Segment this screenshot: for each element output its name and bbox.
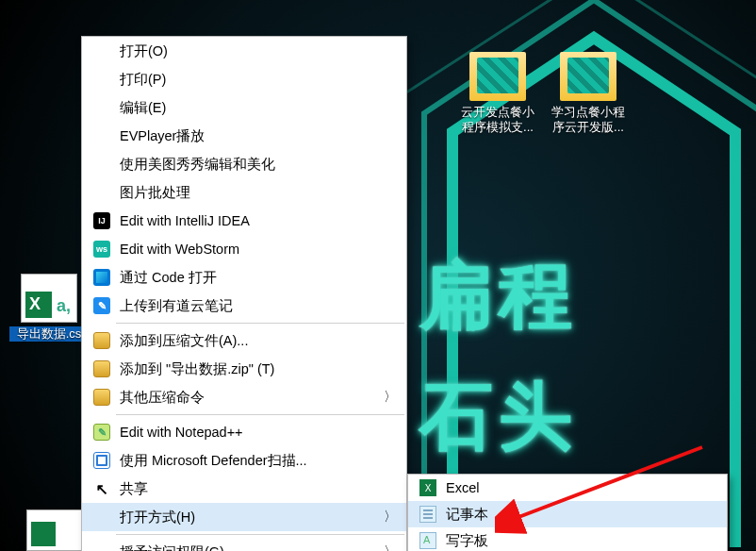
menu-item-youdao[interactable]: 上传到有道云笔记 <box>82 292 406 320</box>
menu-item-label: 通过 Code 打开 <box>120 269 397 287</box>
submenu-item-label: 写字板 <box>446 532 488 550</box>
submenu-arrow-icon: 〉 <box>374 543 397 551</box>
desktop-folder-2[interactable]: 学习点餐小程序云开发版... <box>549 52 628 136</box>
menu-separator <box>116 534 404 535</box>
ij-icon <box>91 210 112 231</box>
arc-icon <box>91 387 112 408</box>
submenu-arrow-icon: 〉 <box>374 389 397 406</box>
menu-item-evplayer[interactable]: EVPlayer播放 <box>82 122 406 150</box>
file-icon <box>26 509 83 551</box>
menu-item-label: EVPlayer播放 <box>120 127 397 145</box>
menu-item-addzip[interactable]: 添加到 "导出数据.zip" (T) <box>82 355 406 383</box>
menu-item-webstorm[interactable]: Edit with WebStorm <box>82 235 406 263</box>
menu-item-label: 其他压缩命令 <box>120 389 374 407</box>
menu-item-npp[interactable]: Edit with Notepad++ <box>82 418 406 446</box>
submenu-item-excel[interactable]: Excel <box>408 475 727 501</box>
def-icon <box>91 450 112 471</box>
folder-label: 学习点餐小程序云开发版... <box>549 105 628 136</box>
ws-icon <box>91 239 112 259</box>
arc-icon <box>91 330 112 351</box>
submenu-arrow-icon: 〉 <box>374 509 397 526</box>
arc-icon <box>91 359 112 379</box>
file-label: 导出数据.cs <box>9 326 89 342</box>
menu-item-otherarc[interactable]: 其他压缩命令〉 <box>82 383 406 411</box>
context-menu: 打开(O)打印(P)编辑(E)EVPlayer播放使用美图秀秀编辑和美化图片批处… <box>81 36 407 551</box>
menu-item-addarc[interactable]: 添加到压缩文件(A)... <box>82 326 406 355</box>
note-icon <box>91 295 112 316</box>
menu-item-open[interactable]: 打开(O) <box>82 37 406 65</box>
menu-item-edit[interactable]: 编辑(E) <box>82 93 406 122</box>
excel-icon <box>418 477 438 498</box>
menu-item-label: 打开(O) <box>120 42 397 60</box>
menu-separator <box>116 323 404 324</box>
menu-item-meitu[interactable]: 使用美图秀秀编辑和美化 <box>82 150 406 178</box>
menu-item-label: 授予访问权限(G) <box>120 543 374 552</box>
menu-item-label: 图片批处理 <box>120 184 397 202</box>
menu-item-label: 共享 <box>120 480 397 498</box>
menu-separator <box>116 414 404 415</box>
menu-item-openwith[interactable]: 打开方式(H)〉 <box>82 503 406 531</box>
menu-item-defender[interactable]: 使用 Microsoft Defender扫描... <box>82 446 406 475</box>
menu-item-intellij[interactable]: Edit with IntelliJ IDEA <box>82 207 406 235</box>
file-icon: X <box>21 274 77 323</box>
submenu-item-wordpad[interactable]: 写字板 <box>408 527 727 551</box>
menu-item-label: 上传到有道云笔记 <box>120 297 397 315</box>
menu-item-label: 添加到 "导出数据.zip" (T) <box>120 360 397 378</box>
code-icon <box>91 267 112 288</box>
menu-item-label: 打开方式(H) <box>120 509 374 526</box>
folder-icon <box>560 52 616 101</box>
menu-item-share[interactable]: 共享 <box>82 475 406 503</box>
menu-item-code[interactable]: 通过 Code 打开 <box>82 263 406 292</box>
wallpaper-text-2: 石头 <box>419 368 578 467</box>
submenu-item-notepad[interactable]: 记事本 <box>408 501 727 527</box>
folder-icon <box>469 52 526 101</box>
share-icon <box>91 478 112 499</box>
wallpaper-text-1: 扁程 <box>419 247 578 346</box>
menu-item-label: Edit with IntelliJ IDEA <box>120 213 397 228</box>
txt-icon <box>418 504 438 525</box>
desktop-file-csv[interactable]: X 导出数据.cs <box>9 274 89 342</box>
menu-item-label: Edit with Notepad++ <box>120 425 397 440</box>
submenu-item-label: Excel <box>446 480 479 495</box>
desktop-folder-1[interactable]: 云开发点餐小程序模拟支... <box>458 52 537 136</box>
menu-item-label: 添加到压缩文件(A)... <box>120 332 397 350</box>
menu-item-batch[interactable]: 图片批处理 <box>82 178 406 207</box>
menu-item-label: 使用 Microsoft Defender扫描... <box>120 452 397 470</box>
npp-icon <box>91 422 112 442</box>
submenu-item-label: 记事本 <box>446 506 488 524</box>
menu-item-grant[interactable]: 授予访问权限(G)〉 <box>82 538 406 551</box>
folder-label: 云开发点餐小程序模拟支... <box>458 105 537 136</box>
menu-item-label: 打印(P) <box>120 71 397 89</box>
open-with-submenu: Excel记事本写字板 <box>407 474 728 551</box>
menu-item-label: Edit with WebStorm <box>120 242 397 257</box>
menu-item-label: 使用美图秀秀编辑和美化 <box>120 156 397 174</box>
menu-item-print[interactable]: 打印(P) <box>82 65 406 93</box>
menu-item-label: 编辑(E) <box>120 99 397 117</box>
word-icon <box>418 530 438 551</box>
